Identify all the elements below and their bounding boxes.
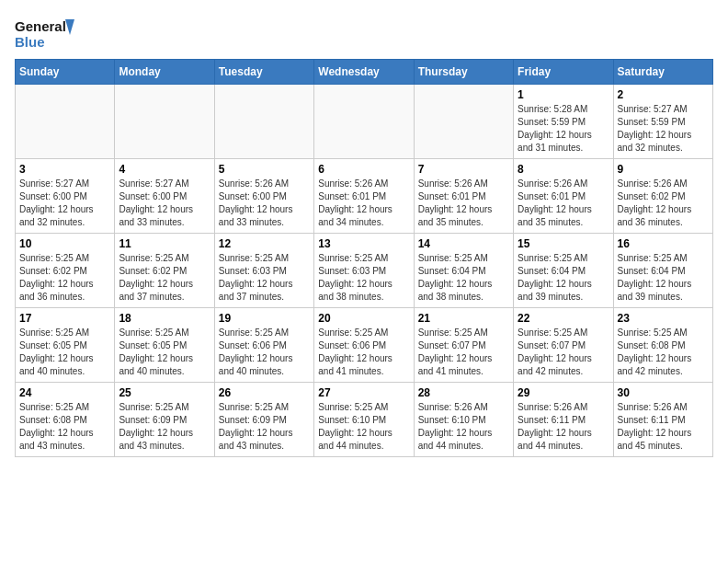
- calendar-cell: 5Sunrise: 5:26 AM Sunset: 6:00 PM Daylig…: [214, 159, 313, 234]
- calendar-cell: 11Sunrise: 5:25 AM Sunset: 6:02 PM Dayli…: [115, 234, 214, 308]
- calendar-cell: 22Sunrise: 5:25 AM Sunset: 6:07 PM Dayli…: [514, 308, 613, 383]
- day-number: 2: [618, 88, 709, 101]
- calendar-cell: 13Sunrise: 5:25 AM Sunset: 6:03 PM Dayli…: [314, 234, 414, 308]
- calendar-cell: 12Sunrise: 5:25 AM Sunset: 6:03 PM Dayli…: [214, 234, 313, 308]
- day-number: 24: [19, 386, 110, 399]
- calendar-cell: 8Sunrise: 5:26 AM Sunset: 6:01 PM Daylig…: [514, 159, 613, 234]
- day-number: 8: [518, 163, 609, 176]
- calendar-cell: 7Sunrise: 5:26 AM Sunset: 6:01 PM Daylig…: [414, 159, 513, 234]
- calendar-cell: 26Sunrise: 5:25 AM Sunset: 6:09 PM Dayli…: [214, 383, 313, 457]
- calendar-cell: [16, 85, 115, 159]
- svg-text:Blue: Blue: [15, 34, 45, 50]
- day-number: 23: [618, 312, 709, 325]
- calendar-cell: 19Sunrise: 5:25 AM Sunset: 6:06 PM Dayli…: [214, 308, 313, 383]
- day-number: 1: [518, 88, 609, 101]
- day-number: 25: [119, 386, 210, 399]
- day-info: Sunrise: 5:26 AM Sunset: 6:01 PM Dayligh…: [318, 178, 409, 229]
- calendar-cell: 20Sunrise: 5:25 AM Sunset: 6:06 PM Dayli…: [314, 308, 414, 383]
- calendar-cell: 21Sunrise: 5:25 AM Sunset: 6:07 PM Dayli…: [414, 308, 513, 383]
- day-header-thursday: Thursday: [414, 60, 513, 85]
- day-info: Sunrise: 5:26 AM Sunset: 6:00 PM Dayligh…: [219, 178, 310, 229]
- calendar-cell: 9Sunrise: 5:26 AM Sunset: 6:02 PM Daylig…: [613, 159, 712, 234]
- day-number: 29: [518, 386, 609, 399]
- calendar-cell: 2Sunrise: 5:27 AM Sunset: 5:59 PM Daylig…: [613, 85, 712, 159]
- day-info: Sunrise: 5:26 AM Sunset: 6:01 PM Dayligh…: [518, 178, 609, 229]
- day-number: 4: [119, 163, 210, 176]
- calendar-cell: 27Sunrise: 5:25 AM Sunset: 6:10 PM Dayli…: [314, 383, 414, 457]
- svg-text:General: General: [15, 18, 66, 34]
- calendar-week-4: 17Sunrise: 5:25 AM Sunset: 6:05 PM Dayli…: [16, 308, 713, 383]
- calendar-cell: 3Sunrise: 5:27 AM Sunset: 6:00 PM Daylig…: [16, 159, 115, 234]
- calendar-cell: 30Sunrise: 5:26 AM Sunset: 6:11 PM Dayli…: [613, 383, 712, 457]
- day-header-monday: Monday: [115, 60, 214, 85]
- day-info: Sunrise: 5:25 AM Sunset: 6:03 PM Dayligh…: [219, 252, 310, 304]
- day-number: 20: [318, 312, 409, 325]
- day-header-wednesday: Wednesday: [314, 60, 414, 85]
- calendar-cell: 1Sunrise: 5:28 AM Sunset: 5:59 PM Daylig…: [514, 85, 613, 159]
- calendar-cell: 4Sunrise: 5:27 AM Sunset: 6:00 PM Daylig…: [115, 159, 214, 234]
- day-info: Sunrise: 5:25 AM Sunset: 6:02 PM Dayligh…: [119, 252, 210, 304]
- svg-marker-2: [65, 19, 74, 35]
- day-number: 15: [518, 237, 609, 250]
- day-info: Sunrise: 5:25 AM Sunset: 6:03 PM Dayligh…: [318, 252, 409, 304]
- day-number: 12: [219, 237, 310, 250]
- day-info: Sunrise: 5:25 AM Sunset: 6:06 PM Dayligh…: [219, 327, 310, 378]
- calendar-cell: 25Sunrise: 5:25 AM Sunset: 6:09 PM Dayli…: [115, 383, 214, 457]
- day-info: Sunrise: 5:25 AM Sunset: 6:10 PM Dayligh…: [318, 401, 409, 453]
- day-number: 30: [618, 386, 709, 399]
- day-info: Sunrise: 5:25 AM Sunset: 6:09 PM Dayligh…: [119, 401, 210, 453]
- day-number: 13: [318, 237, 409, 250]
- day-number: 28: [418, 386, 509, 399]
- day-number: 7: [418, 163, 509, 176]
- day-number: 3: [19, 163, 110, 176]
- day-number: 16: [618, 237, 709, 250]
- day-number: 27: [318, 386, 409, 399]
- day-info: Sunrise: 5:25 AM Sunset: 6:04 PM Dayligh…: [618, 252, 709, 304]
- calendar-cell: 15Sunrise: 5:25 AM Sunset: 6:04 PM Dayli…: [514, 234, 613, 308]
- calendar-week-5: 24Sunrise: 5:25 AM Sunset: 6:08 PM Dayli…: [16, 383, 713, 457]
- page-header: GeneralBlue: [15, 15, 713, 52]
- calendar-cell: 17Sunrise: 5:25 AM Sunset: 6:05 PM Dayli…: [16, 308, 115, 383]
- day-info: Sunrise: 5:25 AM Sunset: 6:04 PM Dayligh…: [418, 252, 509, 304]
- day-number: 5: [219, 163, 310, 176]
- day-header-tuesday: Tuesday: [214, 60, 313, 85]
- day-info: Sunrise: 5:27 AM Sunset: 6:00 PM Dayligh…: [119, 178, 210, 229]
- calendar-week-2: 3Sunrise: 5:27 AM Sunset: 6:00 PM Daylig…: [16, 159, 713, 234]
- calendar-cell: [214, 85, 313, 159]
- day-info: Sunrise: 5:26 AM Sunset: 6:10 PM Dayligh…: [418, 401, 509, 453]
- calendar-cell: 16Sunrise: 5:25 AM Sunset: 6:04 PM Dayli…: [613, 234, 712, 308]
- logo: GeneralBlue: [15, 15, 79, 52]
- day-info: Sunrise: 5:27 AM Sunset: 6:00 PM Dayligh…: [19, 178, 110, 229]
- day-info: Sunrise: 5:25 AM Sunset: 6:04 PM Dayligh…: [518, 252, 609, 304]
- logo-svg: GeneralBlue: [15, 15, 79, 52]
- day-header-friday: Friday: [514, 60, 613, 85]
- day-info: Sunrise: 5:25 AM Sunset: 6:06 PM Dayligh…: [318, 327, 409, 378]
- day-info: Sunrise: 5:25 AM Sunset: 6:08 PM Dayligh…: [19, 401, 110, 453]
- calendar-cell: 29Sunrise: 5:26 AM Sunset: 6:11 PM Dayli…: [514, 383, 613, 457]
- day-number: 21: [418, 312, 509, 325]
- calendar-cell: 14Sunrise: 5:25 AM Sunset: 6:04 PM Dayli…: [414, 234, 513, 308]
- calendar-cell: [314, 85, 414, 159]
- day-number: 18: [119, 312, 210, 325]
- day-number: 14: [418, 237, 509, 250]
- calendar-cell: 23Sunrise: 5:25 AM Sunset: 6:08 PM Dayli…: [613, 308, 712, 383]
- calendar-cell: 18Sunrise: 5:25 AM Sunset: 6:05 PM Dayli…: [115, 308, 214, 383]
- calendar-table: SundayMondayTuesdayWednesdayThursdayFrid…: [15, 59, 713, 457]
- calendar-header-row: SundayMondayTuesdayWednesdayThursdayFrid…: [16, 60, 713, 85]
- day-info: Sunrise: 5:26 AM Sunset: 6:11 PM Dayligh…: [618, 401, 709, 453]
- day-header-saturday: Saturday: [613, 60, 712, 85]
- day-info: Sunrise: 5:25 AM Sunset: 6:07 PM Dayligh…: [518, 327, 609, 378]
- day-info: Sunrise: 5:25 AM Sunset: 6:05 PM Dayligh…: [119, 327, 210, 378]
- day-number: 6: [318, 163, 409, 176]
- day-info: Sunrise: 5:27 AM Sunset: 5:59 PM Dayligh…: [618, 103, 709, 155]
- calendar-cell: 10Sunrise: 5:25 AM Sunset: 6:02 PM Dayli…: [16, 234, 115, 308]
- day-info: Sunrise: 5:26 AM Sunset: 6:01 PM Dayligh…: [418, 178, 509, 229]
- day-info: Sunrise: 5:25 AM Sunset: 6:08 PM Dayligh…: [618, 327, 709, 378]
- day-number: 17: [19, 312, 110, 325]
- calendar-cell: 28Sunrise: 5:26 AM Sunset: 6:10 PM Dayli…: [414, 383, 513, 457]
- day-info: Sunrise: 5:25 AM Sunset: 6:07 PM Dayligh…: [418, 327, 509, 378]
- calendar-cell: [115, 85, 214, 159]
- day-info: Sunrise: 5:25 AM Sunset: 6:05 PM Dayligh…: [19, 327, 110, 378]
- day-info: Sunrise: 5:25 AM Sunset: 6:02 PM Dayligh…: [19, 252, 110, 304]
- day-number: 11: [119, 237, 210, 250]
